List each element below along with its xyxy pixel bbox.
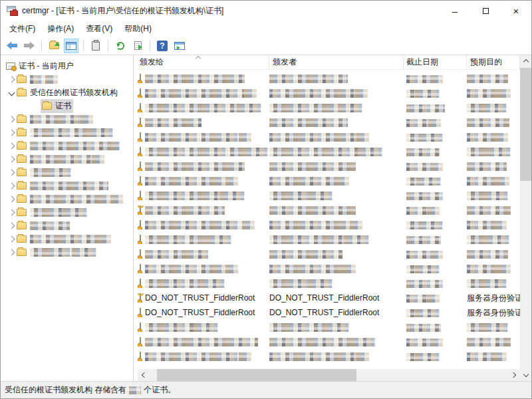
horizontal-scrollbar[interactable] xyxy=(138,369,520,381)
certificate-icon xyxy=(140,176,141,186)
tree-item[interactable] xyxy=(1,179,133,192)
chevron-right-icon[interactable] xyxy=(6,250,17,255)
redacted-purpose xyxy=(467,148,511,156)
tree-item[interactable] xyxy=(1,126,133,139)
cert-row[interactable] xyxy=(138,130,520,144)
show-console-tree-button[interactable] xyxy=(64,39,78,53)
tree-item[interactable] xyxy=(1,166,133,179)
parent-folder-button[interactable] xyxy=(47,39,61,53)
scroll-down-button[interactable] xyxy=(520,370,531,381)
cert-row[interactable] xyxy=(138,276,520,291)
tree-item[interactable] xyxy=(1,205,133,219)
chevron-right-icon[interactable] xyxy=(6,210,17,215)
chevron-right-icon[interactable] xyxy=(6,77,17,82)
chevron-right-icon[interactable] xyxy=(6,184,17,188)
cert-row[interactable] xyxy=(138,247,520,261)
column-expiration-date[interactable]: 截止日期 xyxy=(404,55,467,69)
scroll-up-button[interactable] xyxy=(520,55,531,66)
redacted-issued-to xyxy=(145,104,261,112)
tree-item[interactable] xyxy=(1,245,133,259)
vertical-scroll-thumb[interactable] xyxy=(520,68,531,181)
chevron-right-icon[interactable] xyxy=(6,144,17,148)
tree-item[interactable] xyxy=(1,139,133,152)
cert-row[interactable] xyxy=(138,349,520,364)
cert-row[interactable] xyxy=(138,320,520,334)
redacted-issued-to xyxy=(145,323,218,332)
menu-view[interactable]: 查看(V) xyxy=(80,21,118,37)
menu-file[interactable]: 文件(F) xyxy=(3,21,41,37)
clipboard-button[interactable] xyxy=(88,39,103,53)
tree-item-certificates-selected[interactable]: 证书 xyxy=(1,99,133,112)
cert-row[interactable] xyxy=(138,86,520,100)
cert-row[interactable] xyxy=(138,71,520,86)
cert-row[interactable] xyxy=(138,232,520,247)
minimize-button[interactable]: – xyxy=(440,1,470,21)
chevron-down-icon[interactable] xyxy=(6,90,17,95)
tree-item[interactable] xyxy=(1,152,133,166)
help-button[interactable]: ? xyxy=(155,39,170,53)
cert-row[interactable] xyxy=(138,159,520,174)
menu-action[interactable]: 操作(A) xyxy=(41,21,80,37)
vertical-scrollbar[interactable] xyxy=(520,55,531,381)
cert-row[interactable] xyxy=(138,261,520,276)
cert-row[interactable] xyxy=(138,100,520,115)
export-list-button[interactable] xyxy=(130,39,145,53)
vertical-scroll-track[interactable] xyxy=(520,66,531,370)
maximize-button[interactable] xyxy=(470,1,501,21)
cert-row[interactable] xyxy=(138,144,520,159)
new-window-button[interactable] xyxy=(172,39,187,53)
certificate-with-key-icon xyxy=(140,205,141,215)
cert-row-fiddler[interactable]: DO_NOT_TRUST_FiddlerRootDO_NOT_TRUST_Fid… xyxy=(138,291,520,305)
tree-item[interactable] xyxy=(1,232,133,245)
scroll-left-button[interactable] xyxy=(138,369,149,381)
horizontal-scroll-track[interactable] xyxy=(149,369,509,381)
chevron-right-icon[interactable] xyxy=(6,237,17,241)
cert-row[interactable] xyxy=(138,203,520,217)
console-tree-icon xyxy=(66,42,76,50)
chevron-right-icon[interactable] xyxy=(6,197,17,201)
chevron-right-icon[interactable] xyxy=(6,223,17,228)
chevron-right-icon[interactable] xyxy=(6,170,17,175)
column-issued-by[interactable]: 颁发者 xyxy=(269,55,404,69)
scroll-right-button[interactable] xyxy=(509,369,520,381)
tree-item[interactable] xyxy=(1,219,133,232)
tree-item[interactable] xyxy=(1,72,133,86)
status-text-suffix: 个证书。 xyxy=(144,384,176,396)
refresh-button[interactable] xyxy=(113,39,128,53)
clipboard-icon xyxy=(92,41,100,51)
cert-row[interactable] xyxy=(138,217,520,232)
toolbar-separator xyxy=(83,40,84,52)
tree-item-certificates-current-user[interactable]: 证书 - 当前用户 xyxy=(1,59,133,72)
redacted-expiration-date xyxy=(406,251,443,259)
column-issued-to[interactable]: 颁发给 xyxy=(138,55,269,69)
redacted-expiration-date xyxy=(406,295,440,303)
close-button[interactable]: × xyxy=(501,1,531,21)
cert-row[interactable] xyxy=(138,115,520,130)
forward-button[interactable] xyxy=(22,39,37,53)
cert-row[interactable] xyxy=(138,188,520,203)
issued-to-text: DO_NOT_TRUST_FiddlerRoot xyxy=(145,293,255,303)
redacted-expiration-date xyxy=(406,324,441,332)
folder-icon xyxy=(17,116,27,123)
tree-item[interactable] xyxy=(1,192,133,205)
certificate-icon xyxy=(140,162,141,171)
tree-item-trusted-root-ca[interactable]: 受信任的根证书颁发机构 xyxy=(1,86,133,99)
issued-by-text: DO_NOT_TRUST_FiddlerRoot xyxy=(269,308,379,317)
chevron-right-icon[interactable] xyxy=(6,130,17,135)
back-button[interactable] xyxy=(5,39,19,53)
cert-row[interactable] xyxy=(138,174,520,188)
menu-help[interactable]: 帮助(H) xyxy=(118,21,158,37)
certificate-icon xyxy=(140,132,141,142)
chevron-right-icon[interactable] xyxy=(6,117,17,122)
redacted-expiration-date xyxy=(406,90,440,98)
chevron-right-icon[interactable] xyxy=(6,157,17,162)
redacted-issued-by xyxy=(269,148,382,156)
column-intended-purposes[interactable]: 预期目的 xyxy=(467,55,520,69)
toolbar-separator xyxy=(150,40,150,52)
cert-row-fiddler[interactable]: DO_NOT_TRUST_FiddlerRootDO_NOT_TRUST_Fid… xyxy=(138,305,520,320)
horizontal-scroll-thumb[interactable] xyxy=(157,369,356,381)
redacted-purpose xyxy=(467,89,511,98)
tree-item[interactable] xyxy=(1,112,133,126)
cert-row[interactable] xyxy=(138,334,520,349)
redacted-tree-label xyxy=(30,195,123,203)
